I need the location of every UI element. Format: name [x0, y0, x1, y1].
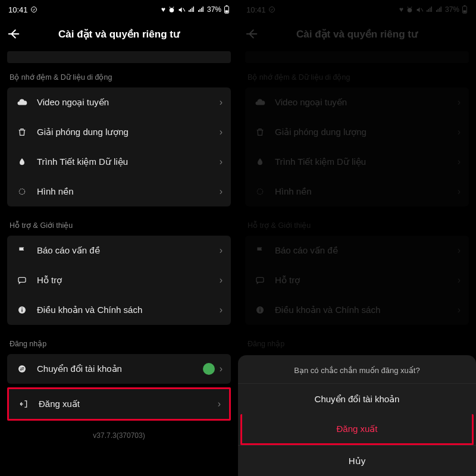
svg-rect-37 [259, 309, 260, 312]
confirm-sheet: Bạn có chắc chắn muốn đăng xuất? Chuyển … [238, 355, 476, 476]
section-support: Báo cáo vấn đề › Hỗ trợ › Điều khoản và … [245, 236, 469, 325]
section-label-login: Đăng nhập [245, 336, 469, 354]
row-wallpaper[interactable]: Hình nền › [7, 177, 231, 206]
svg-rect-25 [430, 8, 431, 12]
svg-rect-33 [464, 10, 466, 12]
section-cache: Video ngoại tuyến › Giải phóng dung lượn… [7, 87, 231, 206]
row-data-saver: Trình Tiết kiệm Dữ liệu › [245, 147, 469, 177]
chat-icon [253, 274, 267, 287]
chevron-right-icon: › [220, 156, 223, 167]
svg-point-20 [269, 7, 274, 12]
svg-rect-12 [226, 5, 228, 6]
chevron-right-icon: › [458, 186, 461, 197]
sheet-logout[interactable]: Đăng xuất [240, 414, 474, 445]
back-button[interactable] [7, 27, 25, 40]
page-title: Cài đặt và quyền riêng tư [238, 28, 476, 40]
svg-rect-26 [431, 7, 432, 12]
row-report: Báo cáo vấn đề › [245, 236, 469, 265]
row-label: Video ngoại tuyến [275, 97, 458, 108]
svg-point-0 [31, 7, 36, 12]
status-time: 10:41 [8, 5, 28, 14]
info-icon [15, 303, 29, 317]
swap-icon [15, 362, 29, 375]
row-label: Đăng xuất [39, 399, 218, 409]
sheet-cancel[interactable]: Hủy [238, 445, 476, 476]
row-switch-account[interactable]: Chuyển đổi tài khoản › [7, 354, 231, 384]
row-offline-video[interactable]: Video ngoại tuyến › [7, 87, 231, 117]
row-label: Hình nền [275, 186, 458, 197]
section-label-login: Đăng nhập [7, 336, 231, 354]
top-divider [7, 51, 231, 63]
row-terms[interactable]: Điều khoản và Chính sách › [7, 295, 231, 325]
chevron-right-icon: › [458, 275, 461, 286]
mute-icon [178, 6, 186, 14]
flag-icon [253, 244, 267, 257]
row-label: Báo cáo vấn đề [275, 245, 458, 256]
row-terms: Điều khoản và Chính sách › [245, 295, 469, 325]
page-header: Cài đặt và quyền riêng tư [0, 19, 238, 49]
row-data-saver[interactable]: Trình Tiết kiệm Dữ liệu › [7, 147, 231, 177]
section-support: Báo cáo vấn đề › Hỗ trợ › Điều khoản và … [7, 236, 231, 325]
row-offline-video: Video ngoại tuyến › [245, 87, 469, 117]
phone-right: 10:41 ♥ 37% Cài đặt và quyền riêng tư Bộ… [238, 0, 476, 476]
svg-rect-32 [464, 5, 466, 6]
chat-icon [15, 274, 29, 287]
cloud-icon [253, 96, 267, 109]
row-label: Trình Tiết kiệm Dữ liệu [275, 156, 458, 167]
sheet-switch-account[interactable]: Chuyển đổi tài khoản [238, 383, 476, 414]
status-battery-text: 37% [207, 5, 221, 14]
info-icon [253, 303, 267, 317]
row-logout[interactable]: Đăng xuất › [9, 389, 229, 419]
row-label: Hỗ trợ [275, 275, 458, 286]
phone-left: 10:41 ♥ 37% [0, 0, 238, 476]
status-bar: 10:41 ♥ 37% [238, 0, 476, 19]
chevron-right-icon: › [458, 305, 461, 315]
row-free-space[interactable]: Giải phóng dung lượng › [7, 117, 231, 147]
svg-rect-30 [440, 7, 441, 12]
chevron-right-icon: › [220, 275, 223, 286]
row-label: Hình nền [37, 186, 220, 197]
svg-point-21 [408, 8, 412, 12]
svg-rect-27 [436, 10, 437, 12]
svg-point-34 [257, 189, 262, 194]
svg-rect-18 [21, 308, 22, 308]
chevron-right-icon: › [458, 97, 461, 108]
row-wallpaper: Hình nền › [245, 177, 469, 206]
svg-line-22 [421, 8, 423, 11]
heart-icon: ♥ [161, 5, 165, 14]
trash-icon [15, 126, 29, 139]
signal2-icon [198, 6, 205, 13]
drop-icon [15, 155, 29, 168]
svg-rect-15 [18, 277, 26, 282]
status-extra-icon [268, 6, 275, 13]
svg-rect-24 [428, 9, 429, 12]
svg-rect-13 [226, 10, 228, 12]
chevron-right-icon: › [220, 245, 223, 256]
back-button[interactable] [245, 27, 263, 40]
logout-icon [17, 397, 30, 411]
settings-scroll[interactable]: Bộ nhớ đệm & Dữ liệu di động Video ngoại… [0, 49, 238, 476]
svg-rect-28 [437, 9, 439, 12]
svg-point-14 [19, 189, 24, 194]
row-report[interactable]: Báo cáo vấn đề › [7, 236, 231, 265]
status-extra-icon [30, 6, 37, 13]
mute-icon [416, 6, 424, 14]
signal-icon [188, 6, 195, 13]
sparkle-icon [15, 185, 29, 198]
section-label-support: Hỗ trợ & Giới thiệu [7, 217, 231, 236]
row-label: Điều khoản và Chính sách [37, 305, 220, 315]
page-header: Cài đặt và quyền riêng tư [238, 19, 476, 49]
row-label: Chuyển đổi tài khoản [37, 364, 203, 374]
cloud-icon [15, 96, 29, 109]
chevron-right-icon: › [458, 156, 461, 167]
row-help[interactable]: Hỗ trợ › [7, 265, 231, 295]
row-label: Trình Tiết kiệm Dữ liệu [37, 156, 220, 167]
section-cache: Video ngoại tuyến › Giải phóng dung lượn… [245, 87, 469, 206]
svg-rect-9 [201, 8, 202, 12]
svg-rect-10 [202, 7, 203, 12]
drop-icon [253, 155, 267, 168]
section-label-cache: Bộ nhớ đệm & Dữ liệu di động [245, 69, 469, 87]
section-label-cache: Bộ nhớ đệm & Dữ liệu di động [7, 69, 231, 87]
signal-icon [426, 6, 433, 13]
battery-icon [462, 5, 468, 14]
